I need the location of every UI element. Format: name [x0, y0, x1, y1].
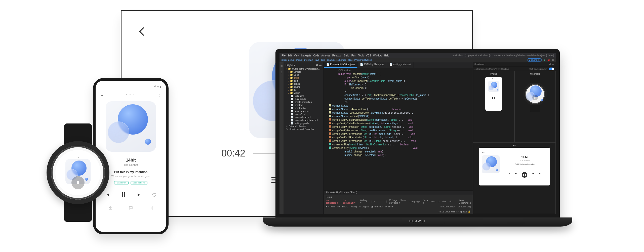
wifi-icon: ≋	[157, 85, 159, 90]
favorite-icon[interactable]	[152, 192, 157, 197]
tool-tab[interactable]: ☑ CodeCheck	[440, 205, 455, 208]
file-value[interactable]: All	[449, 200, 451, 203]
tree-item[interactable]: ▸ 📁 gradle	[285, 82, 323, 85]
effects-pill[interactable]: Sound effects	[131, 181, 147, 184]
quality-pill[interactable]: Standardw	[114, 181, 128, 184]
folder-icon: ▸ 📁	[288, 71, 293, 73]
tree-item[interactable]: 📄 gradlew	[285, 104, 323, 107]
eq-icon[interactable]	[149, 206, 153, 210]
tree-item[interactable]: 📄 settings.gradle	[285, 122, 323, 125]
breadcrumb[interactable]: music-demo›phone›src›main›java›com›examp…	[281, 58, 372, 61]
tool-tab[interactable]: ▣ Terminal	[371, 205, 383, 208]
menu-item[interactable]: Run	[351, 54, 356, 57]
comment-icon[interactable]	[129, 206, 133, 210]
tool-window-strip[interactable]: ▤ ≣	[279, 62, 284, 214]
menu-bar: FileEditViewNavigateCodeAnalyzeRefactorB…	[279, 53, 556, 58]
tree-item[interactable]: 📄 gradle.properties	[285, 101, 323, 104]
queue-icon[interactable]: ≡	[509, 172, 510, 178]
pause-button[interactable]	[71, 176, 85, 189]
chevron-down-icon[interactable]: ⌄	[76, 154, 80, 159]
editor-breadcrumb[interactable]: PhoneAbilitySlice › onStart()	[324, 190, 473, 195]
folder-icon: ▸ 📁	[288, 92, 293, 94]
run-config-selector[interactable]: ▸ phone ▾	[527, 58, 542, 61]
project-tree[interactable]: Project ▾⚙ — ▸ 📁 music-demo D:\projects\…	[284, 62, 324, 214]
chevron-down-icon[interactable]: ⌄	[100, 92, 104, 97]
structure-tab-icon[interactable]: ≣	[280, 71, 283, 74]
tree-item[interactable]: 📄 build.gradle	[285, 98, 323, 101]
download-icon[interactable]	[108, 206, 113, 210]
tree-item[interactable]: ▸ 📁 .gradle	[285, 70, 323, 73]
panel-select[interactable]: Debug ▾	[360, 199, 367, 204]
menu-item[interactable]: Help	[384, 54, 389, 57]
tool-tab[interactable]: ⏱ Event Log	[458, 205, 471, 208]
editor-tab[interactable]: 📄 PhoneAbilitySlice.java	[324, 62, 357, 68]
menu-item[interactable]: Edit	[288, 54, 292, 57]
elapsed-time: 00:42	[221, 148, 245, 159]
preview-cell-wearable[interactable]: Wearable ❚❚	[514, 71, 556, 142]
tree-item[interactable]: ▸ 📁 build	[285, 76, 323, 79]
debug-icon[interactable]: 🐞	[547, 58, 550, 61]
code-editor[interactable]: @Override public void onStart(Intent int…	[324, 68, 473, 190]
tree-item[interactable]: ▸ 📁 music-demo D:\projects\m...	[285, 67, 323, 70]
tree-item[interactable]: ▸ 📁 watch	[285, 91, 323, 94]
preview-cell-tv[interactable]: TV ← 14 bit The Sonnet But this is my in…	[473, 142, 556, 214]
editor-tab[interactable]: 📄 ability_main.xml	[387, 62, 414, 68]
stop-icon[interactable]: ■	[552, 58, 554, 61]
panel-select[interactable]: No connected ▾	[326, 199, 338, 204]
tree-item[interactable]: 📄 music2.iml	[285, 113, 323, 116]
status-text: 48:11 CRLF UTF-8 4 spaces 🔒	[438, 210, 471, 213]
preview-cell-phone[interactable]: Phone ⌄ ●○○ ⋮ ◂◂❚❚▸▸	[473, 71, 514, 142]
tree-item[interactable]: 📄 gradlew.bat	[285, 107, 323, 110]
tree-item[interactable]: ▸ 📁 .idea	[285, 73, 323, 76]
editor-tabs[interactable]: 📄 PhoneAbilitySlice.java📄 TVAbilitySlice…	[324, 62, 473, 68]
multi-device-toggle[interactable]	[549, 68, 554, 70]
tool-tab[interactable]: ⚒ Build	[385, 205, 393, 208]
panel-option[interactable]: ☑ Regex	[389, 199, 398, 202]
next-track-icon[interactable]	[137, 192, 142, 197]
tree-item[interactable]: 📄 local.properties	[285, 110, 323, 113]
tool-tab[interactable]: ≡ 6: TODO	[337, 205, 348, 208]
tool-tab[interactable]: HiLog	[351, 205, 357, 208]
codecheck-label[interactable]: ⚙ — CodeCheck	[459, 199, 471, 204]
language-select[interactable]: Java ▾	[423, 199, 428, 204]
menu-item[interactable]: VCS	[366, 54, 371, 57]
tree-item[interactable]: ✎ Scratches and Consoles	[285, 128, 323, 131]
menu-item[interactable]: Code	[313, 54, 319, 57]
menu-item[interactable]: Window	[373, 54, 382, 57]
scratch-icon: ✎	[286, 128, 289, 131]
shuffle-icon[interactable]: ⟲	[539, 172, 541, 178]
tool-tab[interactable]: ⤷ Logcat	[359, 205, 369, 208]
menu-item[interactable]: Build	[344, 54, 349, 57]
search-input[interactable]	[372, 200, 387, 203]
tree-item[interactable]: 📄 music-demo.iml	[285, 116, 323, 119]
tree-item[interactable]: 📄 music-demo-phone.iml	[285, 119, 323, 122]
run-icon[interactable]: ▶	[544, 58, 546, 61]
project-tab-icon[interactable]: ▤	[280, 65, 283, 67]
next-track-icon[interactable]: ▸▸	[532, 172, 534, 178]
menu-item[interactable]: Tools	[358, 54, 364, 57]
tree-item[interactable]: ▸ 📁 phone	[285, 85, 323, 88]
menu-item[interactable]: View	[294, 54, 299, 57]
pause-button[interactable]: ❚❚	[522, 172, 527, 178]
back-icon[interactable]: ←	[482, 150, 500, 154]
menu-item[interactable]: Navigate	[301, 54, 311, 57]
pause-button[interactable]	[120, 191, 127, 199]
menu-item[interactable]: Refactor	[332, 54, 342, 57]
multi-device-label: Multi-device preview	[529, 68, 547, 70]
previous-track-icon[interactable]: ◂◂	[515, 172, 517, 178]
tree-item[interactable]: ▸ 📁 tv	[285, 88, 323, 91]
tree-item[interactable]: ⎆ External Libraries	[285, 125, 323, 128]
tree-item[interactable]: 📄 .gitignore	[285, 94, 323, 98]
tree-header[interactable]: Project ▾	[286, 64, 295, 67]
tool-tab[interactable]: ▶ 4: Run	[326, 205, 335, 208]
file-label: File:	[442, 200, 446, 203]
file-icon: 📄	[291, 95, 294, 97]
more-icon[interactable]: ⋮	[157, 92, 162, 97]
menu-item[interactable]: Analyze	[321, 54, 330, 57]
tree-item[interactable]: ▸ 📁 cert	[285, 79, 323, 82]
back-button[interactable]	[137, 26, 457, 37]
panel-select[interactable]: No debuggabl ▾	[343, 199, 356, 204]
hilog-label[interactable]: HiLog	[326, 196, 332, 198]
editor-tab[interactable]: 📄 TVAbilitySlice.java	[357, 62, 387, 68]
menu-item[interactable]: File	[281, 54, 286, 57]
